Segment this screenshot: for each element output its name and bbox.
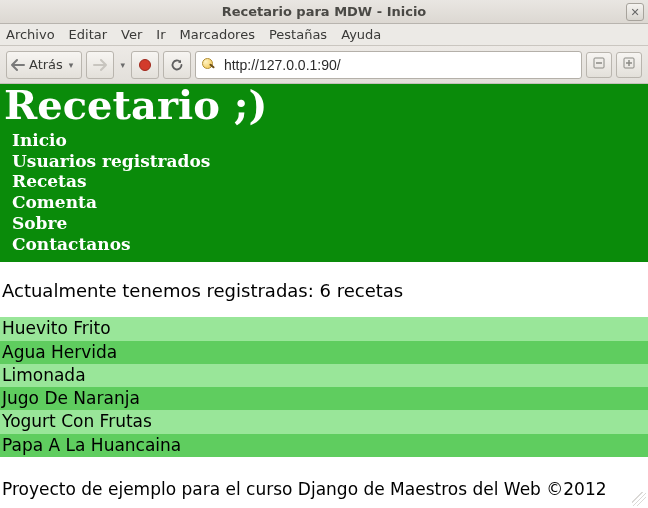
svg-point-0 xyxy=(139,59,150,70)
close-icon: ✕ xyxy=(630,6,639,19)
recipe-item[interactable]: Limonada xyxy=(0,364,648,387)
stop-icon xyxy=(138,58,152,72)
nav-link-recetas[interactable]: Recetas xyxy=(12,171,644,192)
menu-ayuda[interactable]: Ayuda xyxy=(341,27,381,42)
menu-archivo[interactable]: Archivo xyxy=(6,27,55,42)
minus-square-icon xyxy=(593,57,605,72)
back-button-label: Atrás xyxy=(29,57,63,72)
recipe-item[interactable]: Huevito Frito xyxy=(0,317,648,340)
plus-square-icon xyxy=(623,57,635,72)
page-viewport: Recetario ;) Inicio Usuarios registrados… xyxy=(0,84,648,508)
resize-grip-icon[interactable] xyxy=(632,492,646,506)
site-nav: Inicio Usuarios registrados Recetas Come… xyxy=(4,130,644,254)
recipe-count-summary: Actualmente tenemos registradas: 6 recet… xyxy=(0,262,648,317)
recipe-item[interactable]: Papa A La Huancaina xyxy=(0,434,648,457)
toolbar: Atrás ▾ ▾ xyxy=(0,46,648,84)
back-history-dropdown-icon[interactable]: ▾ xyxy=(67,60,76,70)
nav-link-contactanos[interactable]: Contactanos xyxy=(12,234,644,255)
stop-button[interactable] xyxy=(131,51,159,79)
page-footer-text: Proyecto de ejemplo para el curso Django… xyxy=(0,457,648,499)
page-content: Actualmente tenemos registradas: 6 recet… xyxy=(0,262,648,499)
forward-button[interactable] xyxy=(86,51,114,79)
address-bar[interactable] xyxy=(195,51,582,79)
menu-editar[interactable]: Editar xyxy=(69,27,108,42)
reload-button[interactable] xyxy=(163,51,191,79)
nav-link-inicio[interactable]: Inicio xyxy=(12,130,644,151)
new-tab-button[interactable] xyxy=(616,52,642,78)
site-title: Recetario ;) xyxy=(4,84,644,126)
nav-link-usuarios[interactable]: Usuarios registrados xyxy=(12,151,644,172)
recipe-list: Huevito Frito Agua Hervida Limonada Jugo… xyxy=(0,317,648,457)
menu-pestanas[interactable]: Pestañas xyxy=(269,27,327,42)
back-button[interactable]: Atrás ▾ xyxy=(6,51,82,79)
nav-link-comenta[interactable]: Comenta xyxy=(12,192,644,213)
maximize-viewport-button[interactable] xyxy=(586,52,612,78)
nav-link-sobre[interactable]: Sobre xyxy=(12,213,644,234)
recipe-item[interactable]: Jugo De Naranja xyxy=(0,387,648,410)
menubar: Archivo Editar Ver Ir Marcadores Pestaña… xyxy=(0,24,648,46)
recipe-item[interactable]: Agua Hervida xyxy=(0,341,648,364)
site-favicon-icon xyxy=(200,57,216,73)
menu-ir[interactable]: Ir xyxy=(156,27,165,42)
recipe-item[interactable]: Yogurt Con Frutas xyxy=(0,410,648,433)
window-close-button[interactable]: ✕ xyxy=(626,3,644,21)
menu-ver[interactable]: Ver xyxy=(121,27,142,42)
reload-icon xyxy=(170,58,184,72)
forward-arrow-icon xyxy=(93,58,107,72)
menu-marcadores[interactable]: Marcadores xyxy=(180,27,255,42)
window-title: Recetario para MDW - Inicio xyxy=(222,4,427,19)
address-input[interactable] xyxy=(222,56,577,74)
window-titlebar: Recetario para MDW - Inicio ✕ xyxy=(0,0,648,24)
forward-history-dropdown-icon[interactable]: ▾ xyxy=(118,60,127,70)
site-header: Recetario ;) Inicio Usuarios registrados… xyxy=(0,84,648,262)
back-arrow-icon xyxy=(11,58,25,72)
